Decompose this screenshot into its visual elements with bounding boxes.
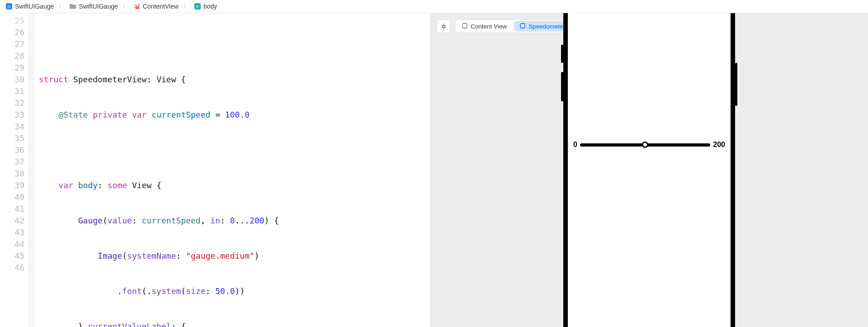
device-frame: 0 200	[563, 13, 735, 327]
gauge: 0 200	[573, 141, 725, 149]
canvas-toolbar: Content View Speedometer	[437, 19, 572, 33]
code-editor[interactable]: 2526272829303132333435363738394041424344…	[0, 13, 430, 327]
property-icon: P	[194, 3, 201, 10]
device-side-button	[561, 72, 563, 101]
device-side-button	[735, 63, 737, 106]
device-side-button	[561, 45, 563, 63]
breadcrumb-file[interactable]: ContentView	[132, 2, 180, 11]
breadcrumb-symbol[interactable]: P body	[192, 2, 219, 11]
code-area[interactable]: struct SpeedometerView: View { @State pr…	[34, 13, 430, 327]
breadcrumb-group[interactable]: SwiftUIGauge	[67, 2, 119, 11]
breadcrumb-label: SwiftUIGauge	[15, 3, 54, 10]
preview-canvas[interactable]: Content View Speedometer 0	[430, 13, 868, 327]
breadcrumb-label: SwiftUIGauge	[79, 3, 118, 10]
tab-label: Content View	[471, 23, 507, 30]
preview-selector: Content View Speedometer	[455, 19, 572, 33]
gauge-max-label: 200	[713, 141, 725, 149]
tab-label: Speedometer	[528, 23, 565, 30]
swift-icon	[133, 3, 141, 10]
breadcrumb-label: ContentView	[143, 3, 179, 10]
breadcrumb-project[interactable]: A SwiftUIGauge	[4, 2, 56, 11]
breadcrumb-bar: A SwiftUIGauge 〉 SwiftUIGauge 〉 ContentV…	[0, 0, 868, 13]
chevron-right-icon: 〉	[182, 2, 190, 10]
chevron-right-icon: 〉	[57, 2, 66, 10]
tab-speedometer[interactable]: Speedometer	[514, 21, 571, 32]
app-icon: A	[5, 3, 13, 10]
gauge-track	[580, 143, 710, 147]
pin-button[interactable]	[437, 19, 450, 33]
fold-ribbon[interactable]	[28, 13, 34, 327]
gauge-min-label: 0	[573, 141, 577, 149]
svg-rect-5	[520, 24, 525, 28]
gauge-indicator	[642, 142, 648, 148]
struct-icon	[462, 23, 468, 30]
svg-text:A: A	[8, 5, 10, 9]
struct-icon	[519, 23, 526, 30]
folder-icon	[69, 3, 76, 10]
line-number-gutter: 2526272829303132333435363738394041424344…	[0, 13, 28, 327]
svg-text:P: P	[196, 5, 199, 9]
chevron-right-icon: 〉	[122, 2, 130, 10]
tab-content-view[interactable]: Content View	[456, 21, 512, 32]
svg-rect-4	[462, 24, 467, 28]
breadcrumb-label: body	[203, 3, 217, 10]
